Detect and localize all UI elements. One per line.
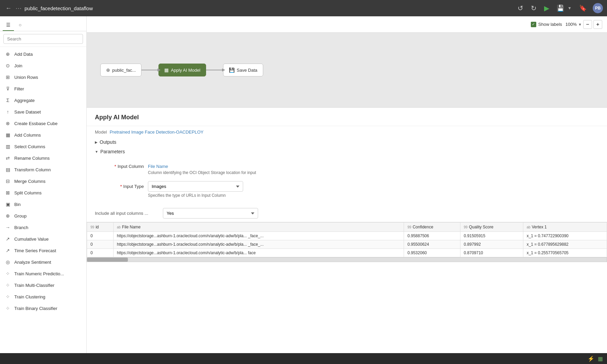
sidebar-item-group[interactable]: ⊕ Group bbox=[0, 210, 86, 222]
zoom-value: 100% bbox=[566, 22, 577, 27]
sidebar-item-cumulative-value[interactable]: ↗ Cumulative Value bbox=[0, 233, 86, 245]
merge-columns-label: Merge Columns bbox=[14, 179, 46, 184]
top-bar-left: ← ··· public_facedetection_dataflow bbox=[4, 4, 513, 13]
cell-vertex1-1: x_1 = 0.677895629882 bbox=[523, 240, 607, 249]
canvas-area: Show labels 100% ▼ − + ⊕ public_fac... ▦… bbox=[87, 16, 607, 364]
save-button[interactable]: 💾 bbox=[555, 4, 566, 13]
filter-icon: ⊽ bbox=[5, 86, 11, 92]
train-binary-label: Train Binary Classifier bbox=[14, 306, 57, 311]
sidebar-item-create-essbase[interactable]: ⊗ Create Essbase Cube bbox=[0, 118, 86, 129]
cumulative-value-label: Cumulative Value bbox=[14, 237, 49, 242]
sidebar-item-add-data[interactable]: ⊕ Add Data bbox=[0, 48, 86, 60]
cell-id-2: 0 bbox=[87, 249, 114, 257]
train-multi-icon: ⁘ bbox=[5, 282, 11, 288]
rename-columns-label: Rename Columns bbox=[14, 156, 50, 161]
sidebar-item-join[interactable]: ⊙ Join bbox=[0, 60, 86, 71]
cell-confidence-2: 0.9532060 bbox=[404, 249, 460, 257]
save-dropdown-arrow[interactable]: ▼ bbox=[566, 5, 573, 11]
sidebar-item-branch[interactable]: → Branch bbox=[0, 222, 86, 233]
input-column-row: *Input Column File Name Column identifyi… bbox=[100, 161, 599, 175]
include-label: Include all input columns ... bbox=[95, 211, 163, 216]
redo-button[interactable]: ↻ bbox=[529, 3, 538, 13]
zoom-out-button[interactable]: − bbox=[583, 20, 592, 29]
sidebar-item-filter[interactable]: ⊽ Filter bbox=[0, 83, 86, 94]
show-labels-area: Show labels bbox=[531, 22, 562, 27]
zoom-in-button[interactable]: + bbox=[593, 20, 602, 29]
sidebar-item-merge-columns[interactable]: ⊟ Merge Columns bbox=[0, 175, 86, 187]
analyze-sentiment-icon: ◎ bbox=[5, 259, 11, 265]
input-column-required: * bbox=[115, 164, 116, 169]
params-toggle[interactable]: ▼ Parameters bbox=[95, 147, 599, 156]
undo-button[interactable]: ↺ bbox=[516, 3, 525, 13]
save-dropdown: 💾 ▼ bbox=[555, 4, 573, 13]
outputs-toggle[interactable]: ▶ Outputs bbox=[95, 137, 599, 147]
bookmark-button[interactable]: 🔖 bbox=[578, 4, 588, 13]
outputs-label: Outputs bbox=[100, 139, 116, 145]
cell-quality-2: 0.8709710 bbox=[460, 249, 523, 257]
flow-node-save[interactable]: 💾 Save Data bbox=[223, 64, 263, 76]
data-table-container: 99id abFile Name 99Confidence 99Quality … bbox=[87, 222, 607, 262]
model-link[interactable]: Pretrained Image Face Detection-OACDEPLO… bbox=[109, 129, 203, 135]
sidebar-item-aggregate[interactable]: Σ Aggregate bbox=[0, 94, 86, 106]
show-labels-text: Show labels bbox=[538, 22, 562, 27]
train-binary-icon: ⁘ bbox=[5, 305, 11, 311]
params-arrow: ▼ bbox=[95, 150, 98, 154]
app-dots: ··· bbox=[16, 5, 22, 12]
source-node-icon: ⊕ bbox=[106, 67, 110, 73]
horizontal-scrollbar[interactable] bbox=[87, 257, 607, 262]
sidebar-item-union-rows[interactable]: ⊞ Union Rows bbox=[0, 71, 86, 83]
sidebar-item-rename-columns[interactable]: ⇄ Rename Columns bbox=[0, 152, 86, 164]
search-input[interactable] bbox=[3, 34, 83, 44]
tab-search[interactable]: ○ bbox=[15, 19, 25, 31]
train-numeric-icon: ⁘ bbox=[5, 271, 11, 277]
sidebar-item-save-dataset[interactable]: ↑ Save Dataset bbox=[0, 106, 86, 118]
data-table: 99id abFile Name 99Confidence 99Quality … bbox=[87, 222, 607, 257]
input-type-value-col: Images Text Tabular Specifies the type o… bbox=[148, 181, 599, 198]
merge-columns-icon: ⊟ bbox=[5, 178, 11, 184]
sidebar-item-train-numeric[interactable]: ⁘ Train Numeric Predictio... bbox=[0, 268, 86, 279]
join-label: Join bbox=[14, 63, 22, 68]
input-column-value[interactable]: File Name bbox=[148, 161, 168, 169]
add-columns-icon: ▦ bbox=[5, 132, 11, 138]
back-button[interactable]: ← bbox=[4, 4, 13, 13]
col-confidence: 99Confidence bbox=[404, 223, 460, 232]
sidebar-item-train-multi[interactable]: ⁘ Train Multi-Classifier bbox=[0, 279, 86, 291]
cell-confidence-1: 0.95500624 bbox=[404, 240, 460, 249]
aggregate-icon: Σ bbox=[5, 97, 11, 103]
run-button[interactable]: ▶ bbox=[543, 3, 551, 13]
sidebar-item-train-binary[interactable]: ⁘ Train Binary Classifier bbox=[0, 302, 86, 314]
train-numeric-label: Train Numeric Predictio... bbox=[14, 271, 64, 276]
sidebar-item-add-columns[interactable]: ▦ Add Columns bbox=[0, 129, 86, 141]
cell-id-1: 0 bbox=[87, 240, 114, 249]
zoom-dropdown[interactable]: ▼ bbox=[578, 22, 582, 27]
sidebar-item-analyze-sentiment[interactable]: ◎ Analyze Sentiment bbox=[0, 256, 86, 268]
sidebar-item-train-clustering[interactable]: ⁘ Train Clustering bbox=[0, 291, 86, 302]
aggregate-label: Aggregate bbox=[14, 98, 35, 103]
flow-node-source[interactable]: ⊕ public_fac... bbox=[100, 64, 141, 76]
add-data-icon: ⊕ bbox=[5, 51, 11, 57]
sidebar-item-select-columns[interactable]: ▥ Select Columns bbox=[0, 141, 86, 152]
flow-node-apply-ai[interactable]: ▦ Apply AI Model bbox=[158, 64, 206, 76]
sidebar-item-time-series-forecast[interactable]: ↗ Time Series Forecast bbox=[0, 245, 86, 256]
branch-icon: → bbox=[5, 224, 11, 230]
avatar[interactable]: PB bbox=[593, 3, 603, 13]
input-type-required: * bbox=[120, 184, 122, 189]
table-icon[interactable]: ▦ bbox=[598, 356, 603, 362]
lightning-icon[interactable]: ⚡ bbox=[588, 356, 594, 362]
sidebar-item-split-columns[interactable]: ⊠ Split Columns bbox=[0, 187, 86, 198]
tab-nodes[interactable]: ☰ bbox=[3, 19, 14, 31]
include-select[interactable]: Yes No bbox=[163, 208, 258, 219]
save-node-icon: 💾 bbox=[229, 67, 235, 73]
input-type-select[interactable]: Images Text Tabular bbox=[148, 181, 243, 192]
params-content: *Input Column File Name Column identifyi… bbox=[87, 160, 607, 208]
flow-title: public_facedetection_dataflow bbox=[24, 5, 93, 11]
input-type-row: *Input Type Images Text Tabular Specifie… bbox=[100, 181, 599, 198]
show-labels-checkbox[interactable] bbox=[531, 22, 536, 27]
model-section: Model Pretrained Image Face Detection-OA… bbox=[87, 126, 607, 160]
group-icon: ⊕ bbox=[5, 213, 11, 219]
model-row: Model Pretrained Image Face Detection-OA… bbox=[95, 129, 599, 135]
sidebar-item-bin[interactable]: ▣ Bin bbox=[0, 198, 86, 210]
select-columns-label: Select Columns bbox=[14, 144, 45, 149]
sidebar-item-transform-column[interactable]: ▤ Transform Column bbox=[0, 164, 86, 175]
col-filename-label: File Name bbox=[122, 225, 141, 229]
